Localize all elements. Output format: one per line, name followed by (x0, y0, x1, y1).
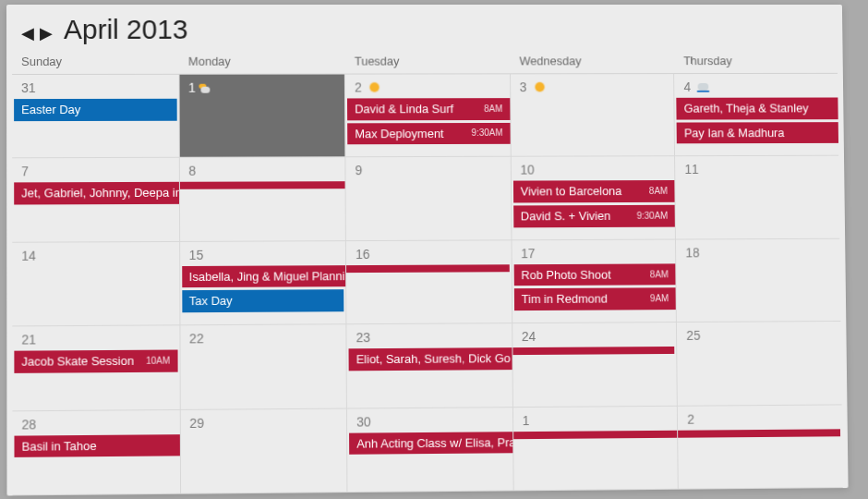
day-cell[interactable]: 3 (511, 74, 676, 157)
day-number-row: 22 (180, 326, 346, 347)
day-cell[interactable]: 31Easter Day (12, 75, 179, 159)
event-time: 10AM (146, 356, 170, 367)
day-cell[interactable]: 21Jacob Skate Session10AM (12, 326, 180, 411)
calendar-event[interactable]: Vivien to Barcelona8AM (513, 180, 675, 202)
day-number-row: 8 (179, 160, 344, 181)
calendar-event[interactable]: Gareth, Theja & Stanley (677, 97, 838, 119)
weekday-header: Wednesday (511, 50, 675, 74)
day-number: 25 (686, 328, 700, 343)
day-number-row: 15 (180, 243, 345, 264)
day-cell[interactable]: 16 (346, 240, 512, 324)
calendar-event[interactable] (346, 264, 509, 273)
day-number: 10 (520, 163, 534, 177)
day-cell[interactable]: 9 (346, 157, 512, 241)
calendar-event[interactable]: Easter Day (14, 99, 176, 121)
event-time: 8AM (649, 186, 668, 197)
sun-icon (532, 79, 547, 94)
day-cell[interactable]: 25 (677, 322, 841, 406)
event-label: Tax Day (189, 294, 233, 309)
day-cell[interactable]: 28Basil in Tahoe (12, 410, 180, 496)
day-cell[interactable]: 23Eliot, Sarah, Suresh, Dick Go Sky Divi… (347, 323, 513, 408)
day-number: 28 (21, 417, 36, 432)
day-cell[interactable]: 2David & Linda Surf8AMMax Deployment9:30… (345, 74, 512, 157)
day-number-row: 16 (346, 242, 511, 263)
day-cell[interactable]: 30Anh Acting Class w/ Elisa, Prashant, J… (347, 408, 513, 493)
calendar-app: ◀ ▶ April 2013 SundayMondayTuesdayWednes… (6, 5, 849, 495)
day-number: 9 (355, 164, 362, 178)
day-number-row: 2 (678, 407, 842, 428)
day-number: 21 (21, 333, 36, 347)
event-label: Easter Day (21, 103, 80, 117)
event-label: Gareth, Theja & Stanley (684, 102, 809, 116)
day-number-row: 30 (347, 409, 512, 431)
calendar-event[interactable]: Anh Acting Class w/ Elisa, Prashant, Jus… (349, 432, 512, 455)
calendar-event[interactable]: David & Linda Surf8AM (347, 98, 510, 120)
day-cell[interactable]: 10Vivien to Barcelona8AMDavid S. + Vivie… (512, 157, 677, 241)
day-number: 31 (21, 80, 36, 95)
calendar-event[interactable]: Tax Day (182, 290, 344, 313)
calendar-event[interactable]: Tim in Redmond9AM (514, 288, 676, 311)
day-number-row: 24 (512, 324, 677, 346)
day-number: 22 (189, 331, 204, 346)
calendar-header: ◀ ▶ April 2013 (6, 5, 843, 51)
weekday-header: Tuesday (345, 51, 511, 75)
event-label: Tim in Redmond (522, 292, 608, 307)
calendar-event[interactable]: Jacob Skate Session10AM (14, 350, 177, 373)
day-cell[interactable]: 7Jet, Gabriel, Johnny, Deepa in Santa Cr… (12, 158, 180, 242)
day-cell[interactable]: 4Gareth, Theja & StanleyPay Ian & Madhur… (674, 74, 838, 157)
day-number: 24 (522, 329, 536, 344)
calendar-event[interactable] (678, 429, 840, 437)
event-label: Anh Acting Class w/ Elisa, Prashant, Jus… (356, 434, 512, 451)
calendar-event[interactable]: Rob Photo Shoot8AM (513, 263, 675, 286)
day-number-row: 17 (512, 241, 675, 262)
event-time: 8AM (650, 269, 669, 280)
day-cell[interactable]: 29 (180, 408, 347, 494)
calendar-event[interactable] (513, 430, 678, 438)
rain-icon (696, 79, 711, 94)
day-number: 2 (355, 80, 362, 95)
day-cell[interactable]: 14 (12, 242, 180, 327)
calendar-event[interactable]: Pay Ian & Madhura (677, 122, 838, 144)
day-number-row: 4 (675, 76, 838, 96)
calendar-event[interactable]: Isabella, Jing & Miguel Planning Session (182, 265, 346, 288)
calendar-event[interactable]: Eliot, Sarah, Suresh, Dick Go Sky Diving (349, 347, 512, 371)
day-number-row: 25 (677, 323, 840, 345)
day-cell[interactable]: 22 (180, 324, 347, 409)
day-cell[interactable]: 15Isabella, Jing & Miguel Planning Sessi… (180, 241, 347, 326)
prev-month-button[interactable]: ◀ (19, 23, 36, 43)
day-number-row: 3 (511, 76, 674, 96)
day-number-row: 10 (512, 159, 675, 179)
month-year-title: April 2013 (64, 14, 188, 45)
calendar-grid: 31Easter Day12David & Linda Surf8AMMax D… (6, 74, 849, 496)
calendar-event[interactable]: Max Deployment9:30AM (347, 123, 510, 145)
day-number: 29 (189, 415, 204, 430)
day-number: 30 (356, 414, 371, 429)
day-cell[interactable]: 24 (512, 323, 678, 408)
day-number-row: 14 (12, 244, 179, 265)
day-number: 1 (523, 413, 530, 428)
day-number-row: 1 (513, 408, 678, 429)
day-number: 2 (687, 411, 694, 426)
calendar-event[interactable]: Jet, Gabriel, Johnny, Deepa in Santa Cru… (14, 182, 178, 204)
event-label: Max Deployment (355, 127, 443, 141)
day-cell[interactable]: 18 (676, 239, 840, 323)
calendar-event[interactable]: David S. + Vivien9:30AM (513, 205, 675, 227)
event-time: 9AM (650, 293, 669, 304)
day-cell[interactable]: 1 (513, 406, 679, 491)
calendar-event[interactable] (180, 182, 345, 190)
calendar-event[interactable]: Basil in Tahoe (14, 434, 179, 457)
day-cell[interactable]: 1 (179, 75, 345, 159)
event-time: 9:30AM (472, 128, 503, 139)
day-cell[interactable]: 11 (675, 156, 839, 239)
weekday-header: Sunday (12, 51, 179, 75)
day-cell[interactable]: 2 (678, 405, 843, 490)
day-number-row: 1 (179, 77, 344, 97)
day-number: 4 (683, 79, 691, 94)
event-label: Rob Photo Shoot (521, 267, 610, 282)
event-label: Pay Ian & Madhura (684, 126, 785, 140)
next-month-button[interactable]: ▶ (38, 23, 54, 43)
weekday-header: Monday (179, 51, 345, 75)
day-cell[interactable]: 17Rob Photo Shoot8AMTim in Redmond9AM (512, 239, 677, 323)
calendar-event[interactable] (512, 347, 674, 355)
day-cell[interactable]: 8 (179, 158, 346, 242)
